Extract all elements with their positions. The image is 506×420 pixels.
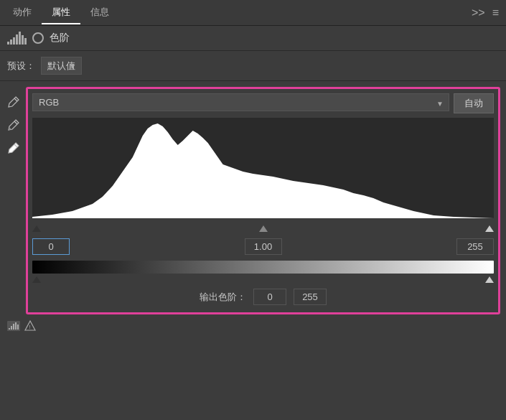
channel-select-wrap: RGB 红 绿 蓝 ▼ [32,93,449,113]
tab-info[interactable]: 信息 [80,1,119,24]
levels-panel: RGB 红 绿 蓝 ▼ 自动 [26,87,500,314]
eyedropper-shadow-tool[interactable] [6,94,22,110]
midtone-input-handle[interactable] [259,225,268,232]
svg-rect-7 [17,325,19,330]
menu-icon[interactable]: ≡ [492,6,499,19]
highlight-input[interactable] [456,238,494,255]
svg-rect-4 [11,326,12,330]
svg-rect-6 [15,322,17,330]
gradient-bar [32,261,494,274]
output-shadow-input[interactable] [253,289,286,305]
tab-extras: >> ≡ [472,6,503,19]
shadow-input-handle[interactable] [32,225,41,232]
levels-histogram-icon [7,32,27,45]
histogram-area [32,118,494,218]
midtone-input[interactable] [245,238,282,255]
highlight-output-handle[interactable] [485,276,494,283]
shadow-input[interactable] [32,238,70,255]
histogram-chart [32,118,494,218]
histogram-small-icon [7,321,20,333]
eyedropper-midtone-tool[interactable] [6,117,22,133]
svg-rect-3 [9,328,10,330]
preset-row: 预设： 默认值 ▼ [0,51,506,81]
tab-properties[interactable]: 属性 [42,1,80,24]
warning-icon: ! [24,320,36,334]
svg-rect-5 [13,324,14,330]
input-values-row [32,235,494,258]
input-slider-row [32,221,494,235]
shadow-output-handle[interactable] [32,276,41,283]
preset-select[interactable]: 默认值 [41,57,82,75]
gradient-bar-wrap [32,261,494,274]
channel-row: RGB 红 绿 蓝 ▼ 自动 [32,93,494,113]
output-label: 输出色阶： [200,291,246,304]
panel-header: 色阶 [0,26,506,51]
tab-bar: 动作 属性 信息 >> ≡ [0,0,506,26]
preset-label: 预设： [7,60,35,73]
panel-title: 色阶 [50,32,70,45]
highlight-input-handle[interactable] [485,225,494,232]
bottom-row: ! [0,314,506,340]
output-highlight-input[interactable] [294,289,327,305]
output-slider-row [32,275,494,284]
auto-button[interactable]: 自动 [454,93,494,113]
adjustment-circle-icon [32,32,44,44]
output-row: 输出色阶： [32,284,494,308]
expand-icon[interactable]: >> [472,6,485,19]
svg-text:!: ! [29,324,30,330]
main-content: RGB 红 绿 蓝 ▼ 自动 [0,81,506,314]
svg-point-0 [9,128,11,130]
svg-marker-1 [32,123,494,218]
eyedropper-highlight-tool[interactable] [6,140,22,156]
channel-select[interactable]: RGB 红 绿 蓝 [32,93,449,111]
left-tools [6,87,22,314]
tab-actions[interactable]: 动作 [3,1,42,24]
